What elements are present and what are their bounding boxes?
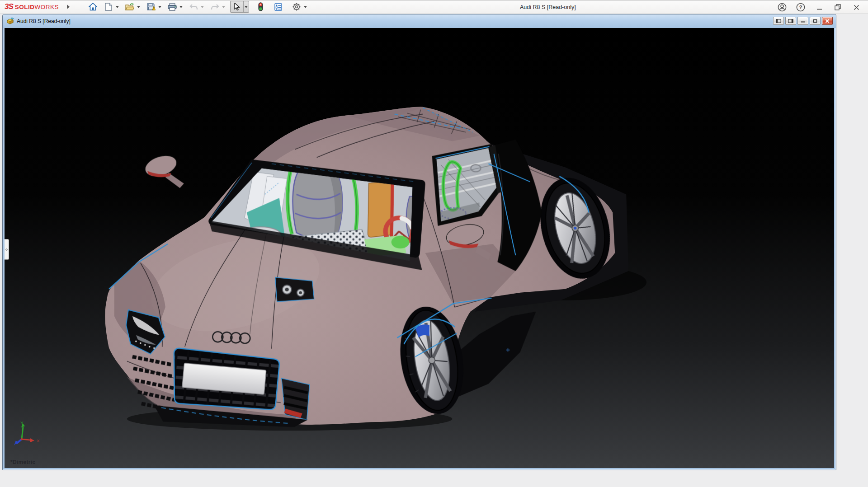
- document-titlebar[interactable]: Audi R8 S [Read-only]: [3, 14, 836, 28]
- select-tool-active: [230, 1, 249, 13]
- app-window-title: Audi R8 S [Read-only]: [520, 0, 576, 14]
- right-headlight[interactable]: [275, 277, 314, 302]
- quick-access-toolbar: [87, 1, 312, 13]
- close-icon[interactable]: [852, 3, 861, 12]
- document-window-buttons: [773, 17, 833, 25]
- print-dropdown-caret-icon[interactable]: [178, 1, 184, 12]
- account-icon[interactable]: [778, 3, 787, 12]
- menu-expand-arrow-icon[interactable]: [65, 4, 71, 10]
- undo-button[interactable]: [188, 1, 199, 12]
- rocker-shadow: [452, 312, 536, 398]
- open-dropdown-caret-icon[interactable]: [136, 1, 141, 12]
- select-dropdown-caret-icon[interactable]: [243, 1, 249, 12]
- restore-icon[interactable]: [833, 3, 842, 12]
- document-restore-icon[interactable]: [810, 17, 821, 25]
- panel-handle-dot-icon: [5, 248, 8, 251]
- 3d-scene-canvas[interactable]: X Y: [5, 28, 834, 468]
- triad-x-label: X: [37, 438, 40, 443]
- seatback-orange: [368, 182, 392, 237]
- save-button[interactable]: [145, 1, 157, 12]
- feature-manager-collapsed-tab[interactable]: [5, 239, 9, 260]
- part-document-icon: [6, 18, 14, 25]
- options-gear-icon[interactable]: [291, 1, 302, 12]
- document-title: Audi R8 S [Read-only]: [17, 18, 71, 24]
- undo-dropdown-caret-icon[interactable]: [199, 1, 205, 12]
- new-document-button[interactable]: [103, 1, 114, 12]
- graphics-area[interactable]: X Y *Dimetric: [5, 28, 834, 468]
- print-button[interactable]: [166, 1, 178, 12]
- redo-dropdown-caret-icon[interactable]: [221, 1, 226, 12]
- solidworks-logo: 3SSOLIDWORKS: [0, 2, 59, 11]
- home-button[interactable]: [87, 1, 99, 12]
- help-icon[interactable]: ?: [796, 3, 805, 12]
- app-titlebar: 3SSOLIDWORKS: [0, 0, 868, 14]
- file-properties-icon[interactable]: [272, 1, 284, 12]
- open-button[interactable]: [124, 1, 136, 12]
- document-close-icon[interactable]: [822, 17, 833, 25]
- redo-button[interactable]: [209, 1, 221, 12]
- traffic-light-icon[interactable]: [255, 1, 266, 12]
- select-cursor-button[interactable]: [231, 1, 243, 12]
- triad-y-label: Y: [20, 420, 24, 425]
- car-model[interactable]: [105, 107, 646, 431]
- orientation-triad[interactable]: X Y: [14, 420, 40, 445]
- front-grille[interactable]: [174, 348, 279, 410]
- logo-3ds-mark: 3S: [5, 2, 13, 11]
- right-intake[interactable]: [282, 378, 310, 420]
- save-dropdown-caret-icon[interactable]: [157, 1, 162, 12]
- view-orientation-label: *Dimetric: [10, 459, 35, 465]
- expand-right-pane-icon[interactable]: [785, 17, 796, 25]
- left-mirror[interactable]: [142, 152, 184, 188]
- document-minimize-icon[interactable]: [797, 17, 808, 25]
- svg-text:?: ?: [799, 5, 802, 10]
- minimize-icon[interactable]: [815, 3, 824, 12]
- new-document-dropdown-caret-icon[interactable]: [114, 1, 120, 12]
- collapse-left-pane-icon[interactable]: [773, 17, 784, 25]
- window-controls: ?: [778, 0, 868, 14]
- interior-green-blob: [392, 236, 410, 248]
- options-dropdown-caret-icon[interactable]: [302, 1, 308, 12]
- document-window: Audi R8 S [Read-only]: [2, 14, 836, 470]
